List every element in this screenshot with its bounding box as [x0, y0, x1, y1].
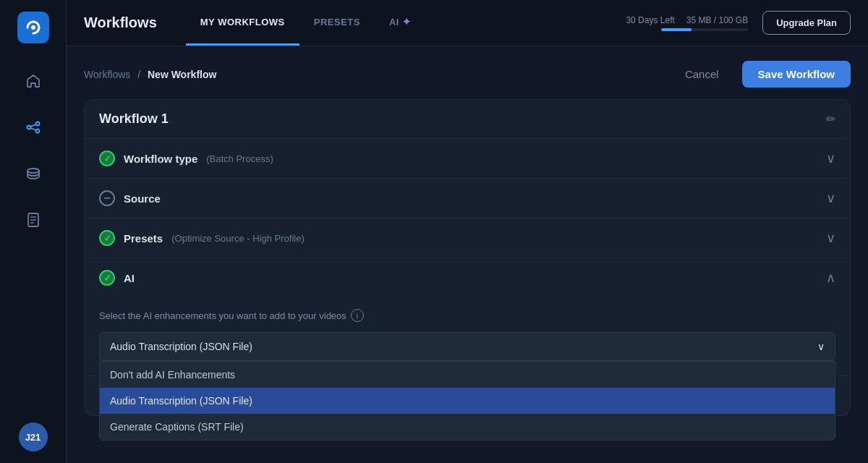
workflow-type-status-icon — [99, 150, 115, 166]
storage-info: 30 Days Left 35 MB / 100 GB — [626, 15, 748, 31]
sidebar-item-workflows[interactable] — [16, 110, 51, 145]
ai-status-icon — [99, 270, 115, 286]
section-left: Presets (Optimize Source - High Profile) — [99, 230, 305, 246]
dropdown-item-audio-transcription[interactable]: Audio Transcription (JSON File) — [100, 388, 835, 414]
edit-title-icon[interactable]: ✏ — [826, 112, 835, 126]
storage-usage-label: 35 MB / 100 GB — [686, 15, 748, 25]
sidebar: J21 — [0, 0, 67, 463]
days-left-label: 30 Days Left — [626, 15, 674, 25]
workflow-type-label: Workflow type — [124, 153, 197, 165]
sidebar-item-home[interactable] — [16, 64, 51, 98]
svg-point-2 — [27, 126, 30, 129]
workflow-type-section[interactable]: Workflow type (Batch Process) ∨ — [85, 139, 850, 179]
ai-star-icon: ✦ — [402, 16, 412, 27]
dropdown-chevron-icon: ∨ — [817, 341, 825, 352]
save-workflow-button[interactable]: Save Workflow — [742, 61, 851, 88]
svg-line-6 — [30, 128, 35, 130]
presets-chevron: ∨ — [826, 230, 835, 246]
source-section[interactable]: Source ∨ — [85, 179, 850, 218]
form-actions: Cancel Save Workflow — [673, 61, 851, 88]
main-content: Workflows MY WORKFLOWS PRESETS AI ✦ 30 D… — [67, 0, 868, 463]
top-navigation: Workflows MY WORKFLOWS PRESETS AI ✦ 30 D… — [67, 0, 868, 46]
svg-line-5 — [30, 124, 35, 127]
tab-my-workflows[interactable]: MY WORKFLOWS — [186, 0, 299, 46]
svg-point-1 — [31, 25, 35, 30]
info-icon[interactable]: i — [351, 309, 364, 322]
storage-fill — [661, 28, 692, 31]
app-title: Workflows — [84, 14, 157, 31]
ai-tab-label: AI — [389, 17, 399, 27]
section-left: Source — [99, 190, 161, 206]
ai-description: Select the AI enhancements you want to a… — [99, 309, 835, 322]
ai-dropdown-container: Audio Transcription (JSON File) ∨ Don't … — [99, 332, 835, 361]
section-left: Workflow type (Batch Process) — [99, 150, 273, 166]
workflow-type-chevron: ∨ — [826, 150, 835, 166]
ai-body: Select the AI enhancements you want to a… — [85, 297, 850, 375]
svg-point-7 — [27, 169, 39, 173]
workflow-card: Workflow 1 ✏ Workflow type (Batch Proces… — [84, 99, 851, 416]
tab-ai[interactable]: AI ✦ — [375, 0, 426, 46]
ai-description-text: Select the AI enhancements you want to a… — [99, 310, 346, 321]
ai-dropdown-menu: Don't add AI Enhancements Audio Transcri… — [99, 361, 835, 441]
upgrade-plan-button[interactable]: Upgrade Plan — [762, 11, 851, 35]
presets-status-icon — [99, 230, 115, 246]
breadcrumb: Workflows / New Workflow — [84, 69, 216, 80]
ai-label: AI — [124, 272, 135, 284]
breadcrumb-separator: / — [137, 69, 140, 80]
dropdown-item-generate-captions[interactable]: Generate Captions (SRT File) — [100, 414, 835, 440]
workflow-title: Workflow 1 — [99, 111, 169, 127]
cancel-button[interactable]: Cancel — [673, 62, 731, 86]
workflow-type-subtitle: (Batch Process) — [206, 153, 273, 164]
ai-chevron: ∧ — [826, 270, 835, 286]
breadcrumb-parent[interactable]: Workflows — [84, 69, 130, 80]
workflow-header: Workflow 1 ✏ — [85, 100, 850, 139]
app-logo[interactable] — [17, 12, 49, 43]
presets-section[interactable]: Presets (Optimize Source - High Profile)… — [85, 218, 850, 258]
sidebar-item-docs[interactable] — [16, 203, 51, 237]
source-status-icon — [99, 190, 115, 206]
section-left: AI — [99, 270, 135, 286]
svg-point-4 — [35, 129, 39, 133]
svg-point-3 — [35, 122, 39, 126]
user-avatar[interactable]: J21 — [19, 422, 48, 451]
content-area: Workflows / New Workflow Cancel Save Wor… — [67, 46, 868, 463]
ai-dropdown-selected[interactable]: Audio Transcription (JSON File) ∨ — [99, 332, 835, 361]
ai-dropdown-value: Audio Transcription (JSON File) — [110, 341, 252, 352]
nav-tabs: MY WORKFLOWS PRESETS AI ✦ 30 Days Left 3… — [186, 0, 851, 46]
presets-subtitle: (Optimize Source - High Profile) — [171, 233, 305, 244]
dropdown-item-no-ai[interactable]: Don't add AI Enhancements — [100, 362, 835, 388]
actions-bar: Workflows / New Workflow Cancel Save Wor… — [84, 46, 851, 99]
source-label: Source — [124, 192, 161, 205]
sidebar-item-storage[interactable] — [16, 156, 51, 191]
presets-label: Presets — [124, 232, 163, 245]
ai-section-header[interactable]: AI ∧ — [85, 258, 850, 297]
storage-bar — [661, 28, 748, 31]
source-chevron: ∨ — [826, 190, 835, 206]
tab-presets[interactable]: PRESETS — [299, 0, 375, 46]
ai-section: AI ∧ Select the AI enhancements you want… — [85, 258, 850, 376]
breadcrumb-current: New Workflow — [148, 69, 216, 80]
